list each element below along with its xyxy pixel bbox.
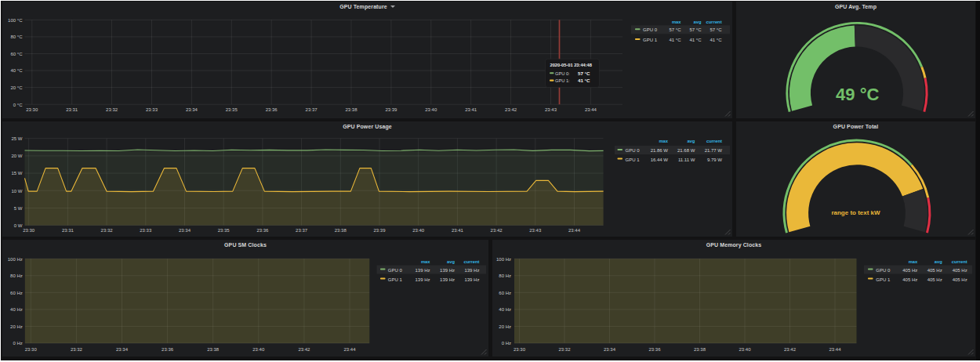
svg-text:41 °C: 41 °C — [690, 38, 702, 42]
svg-text:405 Hz: 405 Hz — [927, 277, 942, 282]
svg-text:23:43: 23:43 — [529, 228, 542, 233]
svg-text:23:38: 23:38 — [694, 347, 706, 352]
svg-text:current: current — [706, 20, 722, 24]
svg-text:40 Hz: 40 Hz — [10, 307, 23, 312]
svg-text:23:34: 23:34 — [179, 228, 191, 233]
svg-text:GPU 1: GPU 1 — [643, 38, 658, 42]
svg-text:23:42: 23:42 — [298, 347, 310, 352]
svg-text:20 W: 20 W — [11, 154, 22, 158]
svg-text:23:37: 23:37 — [296, 228, 308, 233]
svg-text:23:32: 23:32 — [558, 347, 571, 352]
svg-text:23:34: 23:34 — [186, 107, 198, 112]
svg-text:100 Hz: 100 Hz — [496, 257, 511, 262]
svg-text:57 °C: 57 °C — [578, 71, 590, 76]
svg-text:23:30: 23:30 — [26, 107, 38, 112]
svg-text:60 Hz: 60 Hz — [499, 291, 511, 295]
svg-text:15 W: 15 W — [11, 171, 22, 176]
svg-text:100 °C: 100 °C — [8, 18, 23, 23]
svg-text:23:40: 23:40 — [252, 347, 265, 352]
svg-text:23:41: 23:41 — [452, 228, 464, 233]
svg-text:80 Hz: 80 Hz — [10, 273, 23, 278]
svg-text:avg: avg — [694, 20, 702, 24]
svg-text:23:32: 23:32 — [71, 347, 83, 352]
svg-text:23:44: 23:44 — [829, 347, 841, 352]
svg-text:23:35: 23:35 — [226, 107, 238, 112]
svg-text:23:40: 23:40 — [412, 228, 425, 233]
svg-text:23:42: 23:42 — [491, 228, 503, 233]
svg-text:10 W: 10 W — [11, 189, 22, 194]
svg-text:23:36: 23:36 — [266, 107, 278, 112]
svg-text:405 Hz: 405 Hz — [902, 268, 917, 273]
svg-text:0 Hz: 0 Hz — [13, 341, 22, 346]
svg-text:405 Hz: 405 Hz — [953, 277, 967, 282]
svg-text:23:42: 23:42 — [784, 347, 797, 352]
svg-text:max: max — [672, 20, 681, 24]
svg-text:23:32: 23:32 — [101, 228, 114, 233]
svg-text:23:36: 23:36 — [648, 347, 661, 352]
svg-text:21.68 W: 21.68 W — [677, 148, 695, 153]
svg-text:25 W: 25 W — [11, 136, 22, 141]
svg-text:139 Hz: 139 Hz — [415, 268, 430, 273]
svg-text:40 Hz: 40 Hz — [499, 307, 511, 312]
svg-text:21.77 W: 21.77 W — [705, 148, 723, 153]
svg-text:23:33: 23:33 — [140, 228, 152, 233]
svg-text:20 Hz: 20 Hz — [10, 324, 23, 329]
svg-text:23:44: 23:44 — [568, 228, 581, 233]
svg-text:5 W: 5 W — [14, 206, 23, 211]
svg-text:139 Hz: 139 Hz — [415, 277, 430, 282]
svg-text:23:39: 23:39 — [385, 107, 397, 112]
svg-text:23:38: 23:38 — [207, 347, 220, 352]
svg-text:80 °C: 80 °C — [10, 34, 23, 39]
svg-text:41 °C: 41 °C — [578, 78, 590, 83]
svg-text:49 °C: 49 °C — [836, 85, 879, 104]
svg-text:23:38: 23:38 — [345, 107, 358, 112]
svg-text:current: current — [706, 139, 722, 143]
svg-text:80 Hz: 80 Hz — [499, 273, 511, 278]
svg-text:GPU 0: GPU 0 — [876, 268, 891, 273]
svg-text:23:40: 23:40 — [739, 347, 751, 352]
svg-text:23:33: 23:33 — [146, 107, 158, 112]
svg-text:40 °C: 40 °C — [10, 68, 23, 73]
svg-text:57 °C: 57 °C — [669, 27, 681, 32]
svg-text:GPU 0:: GPU 0: — [555, 71, 570, 76]
svg-text:GPU 1:: GPU 1: — [555, 78, 570, 83]
svg-text:0 Hz: 0 Hz — [502, 341, 511, 346]
svg-text:405 Hz: 405 Hz — [927, 268, 942, 273]
svg-text:GPU 0: GPU 0 — [388, 268, 403, 273]
svg-text:0 W: 0 W — [14, 223, 23, 228]
svg-text:23:30: 23:30 — [514, 347, 526, 352]
svg-text:current: current — [463, 259, 479, 264]
svg-text:41 °C: 41 °C — [669, 38, 681, 42]
svg-text:max: max — [909, 259, 918, 264]
svg-text:max: max — [421, 259, 430, 264]
svg-text:23:42: 23:42 — [505, 107, 517, 112]
svg-text:GPU 0: GPU 0 — [626, 148, 641, 153]
svg-text:23:44: 23:44 — [343, 347, 356, 352]
svg-text:21.86 W: 21.86 W — [651, 148, 669, 153]
svg-text:GPU 1: GPU 1 — [388, 277, 403, 282]
svg-text:23:30: 23:30 — [23, 228, 35, 233]
svg-text:23:35: 23:35 — [218, 228, 230, 233]
svg-text:23:32: 23:32 — [106, 107, 118, 112]
svg-text:23:36: 23:36 — [162, 347, 174, 352]
svg-text:GPU 0: GPU 0 — [643, 27, 658, 32]
svg-text:0 °C: 0 °C — [13, 103, 23, 107]
svg-text:139 Hz: 139 Hz — [440, 277, 455, 282]
svg-text:avg: avg — [447, 259, 455, 264]
svg-text:60 Hz: 60 Hz — [10, 291, 23, 295]
svg-text:avg: avg — [935, 259, 942, 264]
svg-text:139 Hz: 139 Hz — [440, 268, 455, 273]
svg-text:57 °C: 57 °C — [690, 27, 702, 32]
svg-text:2020-05-01 23:44:48: 2020-05-01 23:44:48 — [550, 63, 592, 67]
svg-text:23:34: 23:34 — [116, 347, 129, 352]
svg-text:20 Hz: 20 Hz — [499, 324, 511, 329]
svg-text:max: max — [659, 139, 668, 143]
svg-text:60 °C: 60 °C — [10, 52, 23, 56]
svg-text:23:30: 23:30 — [25, 347, 38, 352]
svg-text:GPU 1: GPU 1 — [626, 157, 641, 162]
svg-text:23:43: 23:43 — [545, 107, 557, 112]
svg-text:current: current — [952, 259, 967, 264]
svg-text:100 Hz: 100 Hz — [8, 257, 23, 262]
svg-text:139 Hz: 139 Hz — [464, 268, 479, 273]
svg-text:23:39: 23:39 — [373, 228, 386, 233]
